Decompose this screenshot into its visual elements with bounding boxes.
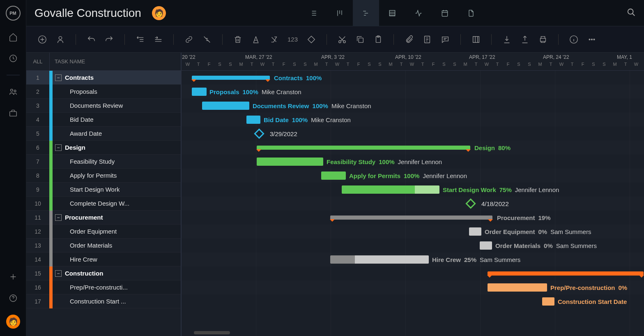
paste-button[interactable] xyxy=(374,35,383,44)
task-row[interactable]: 17Construction Start ... xyxy=(26,294,181,308)
gantt-row[interactable]: Procurement19% xyxy=(182,211,644,225)
redo-button[interactable] xyxy=(105,35,114,44)
task-row[interactable]: 12Order Equipment xyxy=(26,225,181,239)
search-icon[interactable] xyxy=(627,8,636,19)
gantt-row[interactable]: Construction Start Date xyxy=(182,294,644,308)
home-icon[interactable] xyxy=(8,32,18,42)
attachment-button[interactable] xyxy=(405,35,414,44)
task-row[interactable]: 14Hire Crew xyxy=(26,253,181,266)
gantt-bar[interactable] xyxy=(488,283,547,292)
activity-view-tab[interactable] xyxy=(405,0,432,26)
gantt-row[interactable]: Apply for Permits100%Jennifer Lennon xyxy=(182,169,644,183)
calendar-view-tab[interactable] xyxy=(432,0,458,26)
gantt-bar[interactable] xyxy=(257,146,470,150)
gantt-row[interactable] xyxy=(182,266,644,280)
task-row[interactable]: 9Start Design Work xyxy=(26,183,181,197)
logo-pm[interactable]: PM xyxy=(6,6,21,21)
task-row[interactable]: 6−Design xyxy=(26,141,181,155)
milestone-diamond[interactable] xyxy=(254,128,264,139)
column-all[interactable]: ALL xyxy=(26,58,49,65)
user-avatar[interactable]: 🧑 xyxy=(6,315,20,329)
task-row[interactable]: 2Proposals xyxy=(26,85,181,99)
column-taskname[interactable]: TASK NAME xyxy=(50,58,85,65)
more-button[interactable] xyxy=(587,35,596,44)
gantt-bar[interactable] xyxy=(488,271,644,276)
gantt-bar[interactable] xyxy=(330,255,429,264)
sheet-view-tab[interactable] xyxy=(379,0,405,26)
gantt-row[interactable]: Proposals100%Mike Cranston xyxy=(182,85,644,99)
unlink-button[interactable] xyxy=(202,35,212,44)
clock-icon[interactable] xyxy=(8,53,18,63)
outdent-button[interactable] xyxy=(136,35,145,44)
notes-button[interactable] xyxy=(423,35,432,44)
plus-icon[interactable] xyxy=(8,272,18,282)
task-row[interactable]: 11−Procurement xyxy=(26,211,181,225)
task-row[interactable]: 3Documents Review xyxy=(26,99,181,113)
project-avatar-icon[interactable]: 🧑 xyxy=(152,6,166,20)
gantt-chart[interactable]: 3, 20 '22MAR, 27 '22APR, 3 '22APR, 10 '2… xyxy=(182,53,644,336)
link-button[interactable] xyxy=(184,35,193,44)
gantt-bar[interactable] xyxy=(192,88,207,96)
gantt-row[interactable]: Order Equipment0%Sam Summers xyxy=(182,225,644,239)
board-view-tab[interactable] xyxy=(327,0,353,26)
gantt-row[interactable]: 4/18/2022 xyxy=(182,197,644,211)
gantt-row[interactable]: Design80% xyxy=(182,141,644,155)
task-row[interactable]: 15−Construction xyxy=(26,266,181,280)
print-button[interactable] xyxy=(538,35,547,44)
gantt-row[interactable]: Documents Review100%Mike Cranston xyxy=(182,99,644,113)
gantt-bar[interactable] xyxy=(202,102,249,110)
milestone-diamond[interactable] xyxy=(465,198,476,209)
briefcase-icon[interactable] xyxy=(8,108,18,118)
gantt-row[interactable]: Order Materials0%Sam Summers xyxy=(182,239,644,253)
gantt-bar[interactable] xyxy=(246,116,260,124)
indent-button[interactable] xyxy=(154,35,163,44)
gantt-bar[interactable] xyxy=(257,158,323,166)
task-row[interactable]: 5Award Date xyxy=(26,127,181,141)
gantt-row[interactable]: 3/29/2022 xyxy=(182,127,644,141)
task-row[interactable]: 16Prep/Pre-constructi... xyxy=(26,280,181,294)
gantt-bar[interactable] xyxy=(469,227,481,236)
export-button[interactable] xyxy=(520,35,529,44)
gantt-bar[interactable] xyxy=(321,171,346,180)
add-task-button[interactable] xyxy=(38,35,47,44)
collapse-icon[interactable]: − xyxy=(55,144,62,151)
collapse-icon[interactable]: − xyxy=(55,270,62,277)
help-icon[interactable] xyxy=(8,293,18,303)
info-button[interactable] xyxy=(569,35,578,44)
task-row[interactable]: 1−Contracts xyxy=(26,71,181,85)
cut-button[interactable] xyxy=(338,35,347,44)
gantt-bar[interactable] xyxy=(480,241,492,250)
gantt-row[interactable]: Start Design Work75%Jennifer Lennon xyxy=(182,183,644,197)
clear-format-button[interactable] xyxy=(269,35,278,44)
task-row[interactable]: 10Complete Design W... xyxy=(26,197,181,211)
gantt-bar[interactable] xyxy=(192,76,270,80)
gantt-scrollbar[interactable] xyxy=(194,331,230,334)
list-view-tab[interactable] xyxy=(300,0,327,26)
task-row[interactable]: 8Apply for Permits xyxy=(26,169,181,183)
gantt-row[interactable]: Bid Date100%Mike Cranston xyxy=(182,113,644,127)
milestone-button[interactable] xyxy=(307,35,316,44)
copy-button[interactable] xyxy=(356,35,365,44)
gantt-bar[interactable] xyxy=(342,185,439,194)
task-row[interactable]: 13Order Materials xyxy=(26,239,181,253)
gantt-row[interactable]: Hire Crew25%Sam Summers xyxy=(182,253,644,266)
undo-button[interactable] xyxy=(87,35,96,44)
gantt-bar[interactable] xyxy=(542,297,554,306)
assign-user-button[interactable] xyxy=(56,35,65,44)
gantt-bar[interactable] xyxy=(330,216,492,220)
people-icon[interactable] xyxy=(8,87,18,97)
gantt-row[interactable]: Contracts100% xyxy=(182,71,644,85)
task-row[interactable]: 7Feasibility Study xyxy=(26,155,181,169)
gantt-row[interactable]: Feasibility Study100%Jennifer Lennon xyxy=(182,155,644,169)
files-view-tab[interactable] xyxy=(458,0,484,26)
delete-button[interactable] xyxy=(233,35,242,44)
collapse-icon[interactable]: − xyxy=(55,74,62,81)
text-style-button[interactable] xyxy=(251,35,260,44)
columns-button[interactable] xyxy=(472,35,481,44)
gantt-view-tab[interactable] xyxy=(353,0,379,26)
collapse-icon[interactable]: − xyxy=(55,214,62,221)
gantt-row[interactable]: Prep/Pre-construction0% xyxy=(182,280,644,294)
import-button[interactable] xyxy=(502,35,511,44)
task-row[interactable]: 4Bid Date xyxy=(26,113,181,127)
comment-button[interactable] xyxy=(441,35,450,44)
